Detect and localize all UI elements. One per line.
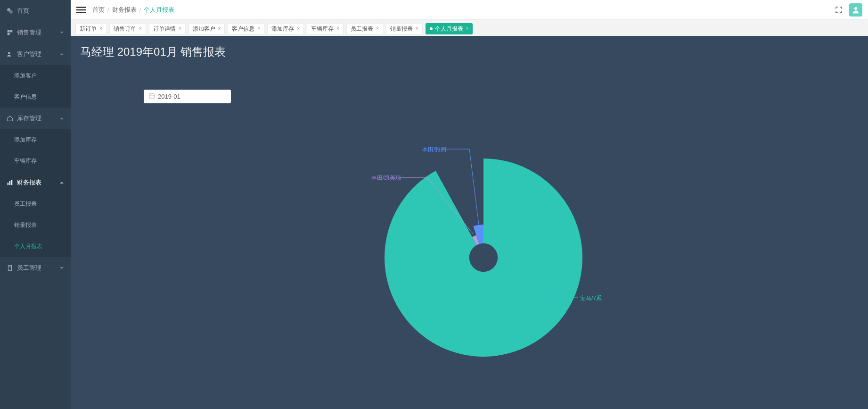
- svg-point-14: [854, 7, 857, 10]
- sidebar-item-label: 库存管理: [17, 114, 41, 123]
- sidebar-item-label: 客户信息: [14, 93, 37, 101]
- sidebar: 首页 销售管理 客户管理 添加客户 客户信息 库存管理 添加库存 车辆库存: [0, 0, 71, 409]
- breadcrumb-parent[interactable]: 财务报表: [112, 6, 137, 14]
- tab-staff-report[interactable]: 员工报表×: [346, 23, 383, 35]
- tab-label: 销售订单: [114, 25, 136, 33]
- sidebar-item-label: 首页: [17, 7, 29, 15]
- close-icon[interactable]: ×: [139, 25, 142, 32]
- tab-label: 客户信息: [232, 25, 254, 33]
- tab-label: 新订单: [80, 25, 97, 33]
- sidebar-item-label: 个人月报表: [14, 242, 42, 250]
- content: 首页 / 财务报表 / 个人月报表 新订单× 销售订单× 订单详情×: [71, 0, 868, 409]
- tab-personal-monthly[interactable]: 个人月报表×: [426, 23, 473, 35]
- page-title: 马经理 2019年01月 销售报表: [80, 44, 859, 59]
- sidebar-item-staff[interactable]: 员工管理: [0, 257, 71, 279]
- sidebar-item-sales-report[interactable]: 销量报表: [0, 215, 71, 236]
- svg-rect-13: [76, 12, 86, 13]
- svg-rect-6: [8, 183, 8, 185]
- chart-label-bmw: 宝马/7系: [580, 294, 602, 302]
- tab-order-detail[interactable]: 订单详情×: [149, 23, 186, 35]
- svg-rect-2: [8, 30, 10, 33]
- sidebar-item-home[interactable]: 首页: [0, 0, 71, 22]
- sidebar-item-reports[interactable]: 财务报表: [0, 172, 71, 193]
- breadcrumb-current: 个人月报表: [144, 6, 174, 14]
- tab-add-customer[interactable]: 添加客户×: [188, 23, 225, 35]
- svg-point-5: [8, 52, 10, 54]
- svg-rect-11: [76, 7, 86, 8]
- sidebar-item-customer-info[interactable]: 客户信息: [0, 86, 71, 108]
- tab-label: 个人月报表: [435, 25, 463, 33]
- sidebar-item-customers[interactable]: 客户管理: [0, 43, 71, 65]
- calendar-icon: [148, 92, 155, 100]
- chevron-down-icon: [59, 265, 64, 272]
- chart-svg: [257, 92, 681, 409]
- breadcrumb-sep: /: [137, 6, 144, 13]
- menu-toggle-icon[interactable]: [76, 5, 86, 15]
- date-input[interactable]: 2019-01: [144, 90, 231, 103]
- sidebar-item-personal-monthly[interactable]: 个人月报表: [0, 236, 71, 257]
- tab-sales-order[interactable]: 销售订单×: [109, 23, 146, 35]
- main-panel: 马经理 2019年01月 销售报表 2019-01: [71, 36, 868, 409]
- tab-label: 销量报表: [390, 25, 413, 33]
- chevron-up-icon: [59, 51, 64, 58]
- sidebar-item-add-customer[interactable]: 添加客户: [0, 65, 71, 86]
- svg-rect-4: [8, 33, 10, 35]
- chart-label-toyota: 丰田/凯美瑞: [371, 174, 401, 182]
- sidebar-item-inventory[interactable]: 库存管理: [0, 108, 71, 129]
- sidebar-item-add-inventory[interactable]: 添加库存: [0, 129, 71, 150]
- sidebar-item-label: 车辆库存: [14, 157, 37, 165]
- dashboard-icon: [7, 8, 13, 14]
- sales-chart: 宝马/7系 本田/雅阁 丰田/凯美瑞: [257, 92, 681, 409]
- sidebar-item-label: 添加库存: [14, 136, 37, 144]
- sidebar-item-label: 财务报表: [17, 178, 41, 187]
- close-icon[interactable]: ×: [376, 25, 379, 32]
- tab-add-inventory[interactable]: 添加库存×: [267, 23, 304, 35]
- app-root: 首页 销售管理 客户管理 添加客户 客户信息 库存管理 添加库存 车辆库存: [0, 0, 868, 409]
- breadcrumb: 首页 / 财务报表 / 个人月报表: [92, 6, 174, 14]
- svg-rect-9: [8, 266, 12, 271]
- topbar: 首页 / 财务报表 / 个人月报表: [71, 0, 868, 20]
- breadcrumb-sep: /: [105, 6, 112, 13]
- close-icon[interactable]: ×: [257, 25, 260, 32]
- sidebar-item-staff-report[interactable]: 员工报表: [0, 193, 71, 215]
- tab-customer-info[interactable]: 客户信息×: [228, 23, 264, 35]
- chevron-up-icon: [59, 115, 64, 122]
- svg-rect-7: [9, 181, 10, 185]
- svg-rect-15: [149, 94, 155, 98]
- tabsbar: 新订单× 销售订单× 订单详情× 添加客户× 客户信息× 添加库存× 车辆库存×…: [71, 20, 868, 36]
- close-icon[interactable]: ×: [336, 25, 339, 32]
- topbar-right: [835, 3, 862, 17]
- tab-new-order[interactable]: 新订单×: [75, 23, 106, 35]
- staff-icon: [7, 265, 13, 271]
- sales-icon: [7, 29, 13, 36]
- close-icon[interactable]: ×: [179, 25, 181, 32]
- close-icon[interactable]: ×: [466, 25, 469, 32]
- close-icon[interactable]: ×: [416, 25, 418, 32]
- chevron-up-icon: [59, 179, 64, 186]
- svg-rect-12: [76, 9, 86, 10]
- svg-rect-8: [11, 180, 12, 185]
- tab-label: 添加客户: [193, 25, 215, 33]
- tab-label: 员工报表: [351, 25, 373, 33]
- close-icon[interactable]: ×: [297, 25, 300, 32]
- close-icon[interactable]: ×: [99, 25, 102, 32]
- svg-point-1: [9, 10, 13, 14]
- home-icon: [7, 115, 13, 122]
- chart-hole: [469, 243, 498, 272]
- date-value: 2019-01: [158, 93, 180, 100]
- sidebar-item-label: 添加客户: [14, 72, 37, 80]
- sidebar-item-label: 销量报表: [14, 221, 37, 229]
- users-icon: [7, 51, 13, 58]
- close-icon[interactable]: ×: [218, 25, 221, 32]
- breadcrumb-home[interactable]: 首页: [92, 6, 105, 14]
- sidebar-item-vehicle-inventory[interactable]: 车辆库存: [0, 150, 71, 172]
- svg-rect-3: [10, 30, 13, 33]
- tab-label: 添加库存: [271, 25, 294, 33]
- chart-icon: [7, 179, 13, 186]
- tab-vehicle-inventory[interactable]: 车辆库存×: [307, 23, 344, 35]
- sidebar-item-sales[interactable]: 销售管理: [0, 22, 71, 43]
- tab-sales-report[interactable]: 销量报表×: [386, 23, 423, 35]
- chevron-down-icon: [59, 29, 64, 36]
- fullscreen-icon[interactable]: [835, 6, 843, 14]
- avatar[interactable]: [849, 3, 862, 17]
